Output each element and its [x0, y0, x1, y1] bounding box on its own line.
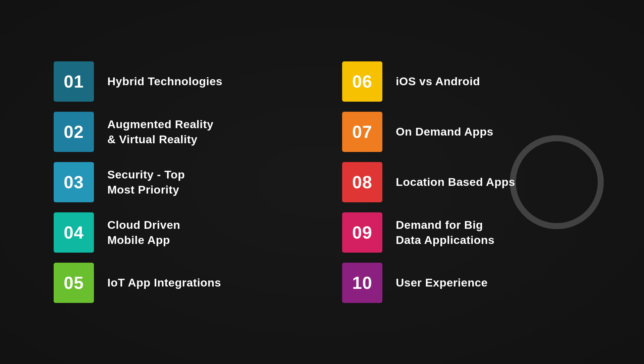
number-10: 10 — [352, 273, 372, 293]
number-box-08: 08 — [342, 162, 382, 202]
number-box-02: 02 — [54, 112, 94, 152]
label-07: On Demand Apps — [396, 124, 493, 139]
items-grid: 01Hybrid Technologies06iOS vs Android02A… — [54, 61, 590, 303]
label-08: Location Based Apps — [396, 174, 515, 189]
number-08: 08 — [352, 172, 372, 192]
number-09: 09 — [352, 222, 372, 243]
number-box-10: 10 — [342, 263, 382, 303]
label-03: Security - TopMost Priority — [107, 167, 185, 197]
list-item-01: 01Hybrid Technologies — [54, 61, 302, 102]
number-04: 04 — [64, 222, 84, 243]
number-box-07: 07 — [342, 112, 382, 152]
number-box-01: 01 — [54, 61, 94, 102]
number-01: 01 — [64, 71, 84, 92]
list-item-05: 05IoT App Integrations — [54, 263, 302, 303]
label-04: Cloud DrivenMobile App — [107, 217, 180, 247]
number-02: 02 — [64, 122, 84, 142]
list-item-10: 10User Experience — [342, 263, 590, 303]
label-06: iOS vs Android — [396, 74, 480, 89]
list-item-03: 03Security - TopMost Priority — [54, 162, 302, 202]
label-05: IoT App Integrations — [107, 275, 221, 290]
label-01: Hybrid Technologies — [107, 74, 222, 89]
number-box-09: 09 — [342, 212, 382, 253]
main-container: 01Hybrid Technologies06iOS vs Android02A… — [0, 0, 644, 364]
label-02: Augmented Reality& Virtual Reality — [107, 117, 213, 146]
list-item-04: 04Cloud DrivenMobile App — [54, 212, 302, 253]
number-box-05: 05 — [54, 263, 94, 303]
list-item-08: 08Location Based Apps — [342, 162, 590, 202]
list-item-06: 06iOS vs Android — [342, 61, 590, 102]
number-box-03: 03 — [54, 162, 94, 202]
list-item-02: 02Augmented Reality& Virtual Reality — [54, 112, 302, 152]
number-box-06: 06 — [342, 61, 382, 102]
label-10: User Experience — [396, 275, 488, 290]
number-07: 07 — [352, 122, 372, 142]
number-05: 05 — [64, 273, 84, 293]
number-box-04: 04 — [54, 212, 94, 253]
number-06: 06 — [352, 71, 372, 92]
list-item-09: 09Demand for BigData Applications — [342, 212, 590, 253]
list-item-07: 07On Demand Apps — [342, 112, 590, 152]
number-03: 03 — [64, 172, 84, 192]
label-09: Demand for BigData Applications — [396, 217, 494, 247]
